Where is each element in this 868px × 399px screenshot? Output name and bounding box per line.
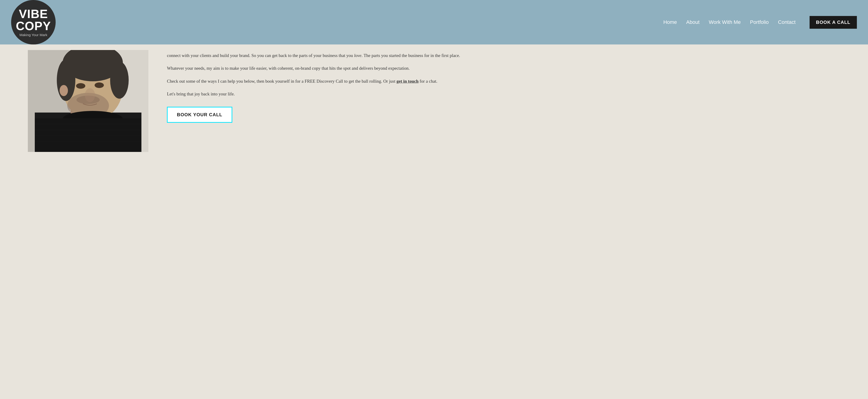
- navigation: Home About Work With Me Portfolio Contac…: [663, 16, 857, 29]
- logo-line2: COPY: [16, 20, 51, 32]
- logo[interactable]: VIBE COPY Making Your Mark: [11, 0, 56, 44]
- nav-about[interactable]: About: [686, 19, 700, 25]
- photo-container: [28, 50, 148, 152]
- paragraph-3: Check out some of the ways I can help yo…: [167, 77, 840, 85]
- nav-contact[interactable]: Contact: [778, 19, 796, 25]
- book-your-call-button[interactable]: BOOK YOUR CALL: [167, 107, 232, 123]
- nav-work-with-me[interactable]: Work With Me: [709, 19, 741, 25]
- svg-point-7: [110, 62, 129, 99]
- svg-point-12: [76, 83, 85, 89]
- text-content: connect with your clients and build your…: [167, 50, 840, 152]
- header: VIBE COPY Making Your Mark Home About Wo…: [0, 0, 868, 44]
- get-in-touch-link[interactable]: get in touch: [397, 79, 418, 84]
- logo-tagline: Making Your Mark: [20, 33, 47, 37]
- nav-home[interactable]: Home: [663, 19, 677, 25]
- svg-point-8: [60, 85, 68, 96]
- person-photo: [28, 50, 148, 152]
- logo-line1: VIBE: [19, 8, 48, 20]
- paragraph-1: connect with your clients and build your…: [167, 52, 840, 59]
- svg-point-13: [95, 82, 104, 88]
- main-content: connect with your clients and build your…: [0, 44, 868, 166]
- svg-point-11: [85, 88, 95, 102]
- book-a-call-button[interactable]: BOOK A CALL: [810, 16, 857, 29]
- nav-portfolio[interactable]: Portfolio: [750, 19, 769, 25]
- person-illustration: [28, 50, 148, 152]
- paragraph-4: Let's bring that joy back into your life…: [167, 90, 840, 98]
- paragraph-2: Whatever your needs, my aim is to make y…: [167, 65, 840, 72]
- svg-rect-15: [35, 118, 142, 152]
